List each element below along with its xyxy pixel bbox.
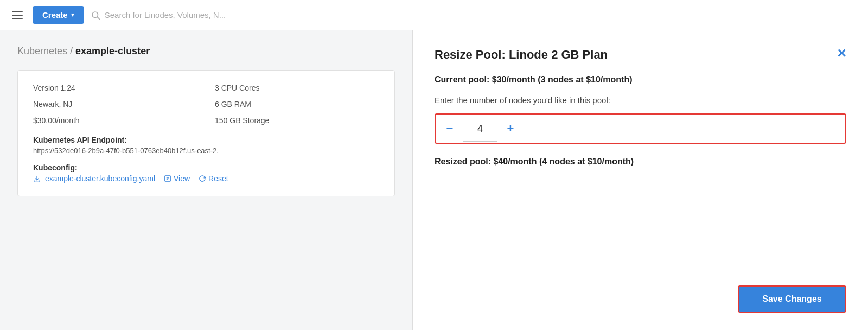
increment-button[interactable]: + (497, 116, 524, 142)
breadcrumb-prefix: Kubernetes / (17, 46, 75, 56)
api-endpoint-url: https://532de016-2b9a-47f0-b551-0763eb40… (33, 147, 379, 155)
reset-icon (199, 175, 206, 182)
storage-info: 150 GB Storage (215, 116, 379, 125)
download-icon (33, 175, 41, 183)
view-link[interactable]: View (164, 174, 190, 183)
view-icon (164, 175, 171, 182)
nodes-input-label: Enter the number of nodes you'd like in … (435, 96, 846, 105)
chevron-down-icon: ▾ (71, 11, 74, 18)
location-info: Newark, NJ (33, 100, 197, 109)
cluster-info-card: Version 1.24 3 CPU Cores Newark, NJ 6 GB… (17, 70, 395, 196)
breadcrumb-cluster: example-cluster (75, 46, 150, 56)
kubeconfig-download-link[interactable]: example-cluster.kubeconfig.yaml (33, 174, 155, 183)
create-button[interactable]: Create ▾ (33, 6, 84, 24)
ram-info: 6 GB RAM (215, 100, 379, 109)
decrement-button[interactable]: − (437, 116, 463, 142)
hamburger-menu[interactable] (9, 8, 26, 22)
cluster-info-grid: Version 1.24 3 CPU Cores Newark, NJ 6 GB… (33, 84, 379, 125)
cpu-info: 3 CPU Cores (215, 84, 379, 92)
main-layout: Kubernetes / example-cluster Version 1.2… (0, 30, 868, 330)
svg-line-1 (97, 17, 99, 19)
kubeconfig-label: Kubeconfig: (33, 163, 379, 172)
node-count-stepper: − 4 + (435, 113, 846, 144)
save-changes-button[interactable]: Save Changes (738, 285, 846, 313)
top-navigation: Create ▾ Search for Linodes, Volumes, N.… (0, 0, 868, 30)
left-panel: Kubernetes / example-cluster Version 1.2… (0, 30, 412, 330)
resize-pool-modal: Resize Pool: Linode 2 GB Plan ✕ Current … (412, 30, 868, 330)
current-pool-info: Current pool: $30/month (3 nodes at $10/… (435, 75, 846, 85)
api-endpoint-label: Kubernetes API Endpoint: (33, 136, 379, 144)
version-info: Version 1.24 (33, 84, 197, 92)
breadcrumb: Kubernetes / example-cluster (17, 46, 395, 57)
modal-title: Resize Pool: Linode 2 GB Plan (435, 48, 608, 62)
reset-link[interactable]: Reset (199, 174, 228, 183)
modal-footer: Save Changes (435, 285, 846, 313)
cost-info: $30.00/month (33, 116, 197, 125)
node-count-display[interactable]: 4 (463, 116, 497, 142)
resized-pool-info: Resized pool: $40/month (4 nodes at $10/… (435, 157, 846, 167)
modal-close-button[interactable]: ✕ (837, 48, 846, 60)
modal-header: Resize Pool: Linode 2 GB Plan ✕ (435, 48, 846, 62)
search-bar[interactable]: Search for Linodes, Volumes, N... (91, 10, 226, 20)
search-icon (91, 10, 100, 20)
search-placeholder-text: Search for Linodes, Volumes, N... (105, 10, 226, 20)
create-button-label: Create (42, 10, 68, 20)
kubeconfig-actions: example-cluster.kubeconfig.yaml View Res… (33, 174, 379, 183)
